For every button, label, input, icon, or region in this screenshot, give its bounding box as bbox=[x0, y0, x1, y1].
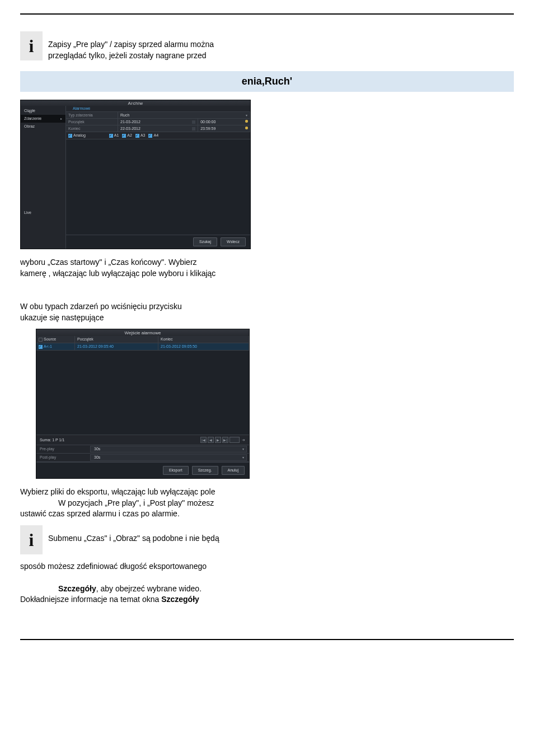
sidebar: Ciągłe Zdarzenie ▸ Obraz Live bbox=[21, 106, 66, 249]
col-source[interactable]: Source bbox=[36, 336, 75, 343]
p3-l3: ustawić czas sprzed alarmu i czas po ala… bbox=[20, 509, 180, 518]
pager-first[interactable]: |◀ bbox=[200, 437, 207, 443]
analog-label: Analog bbox=[73, 133, 86, 138]
row-poczatek: Początek 21-03-2012 00:00:00 bbox=[66, 119, 250, 125]
p5-l2a: Dokładniejsze informacje na temat okna bbox=[20, 595, 161, 604]
analog-a2[interactable]: A2 bbox=[122, 133, 132, 138]
chevron-down-icon: ▾ bbox=[242, 455, 244, 460]
table-header: Source Początek Koniec bbox=[36, 336, 249, 343]
clock-icon bbox=[245, 127, 248, 129]
row-source-cell[interactable]: A<-1 bbox=[36, 343, 75, 350]
top-rule bbox=[20, 13, 514, 15]
p1-l1: wyboru „Czas startowy" i „Czas końcowy".… bbox=[20, 258, 197, 267]
p4-l1: sposób możesz zdefiniować długość ekspor… bbox=[20, 562, 207, 571]
analog-item: A3 bbox=[140, 133, 146, 138]
col-label: Source bbox=[44, 337, 56, 342]
field-typ-zdarzenia[interactable]: Ruch ▾ bbox=[118, 112, 250, 118]
info1-line1: Zapisy „Pre play" / zapisy sprzed alarmu… bbox=[48, 40, 214, 49]
tab-alarmowe[interactable]: Alarmowe bbox=[69, 106, 93, 111]
pager-go[interactable]: ➜ bbox=[241, 437, 246, 442]
window-title: Archiw bbox=[21, 100, 250, 106]
field-koniec-date[interactable]: 22-03-2012 bbox=[118, 125, 198, 132]
empty-table-area bbox=[36, 351, 249, 435]
pre-play-label: Pre-play bbox=[36, 446, 90, 452]
paragraph-4: sposób możesz zdefiniować długość ekspor… bbox=[20, 561, 311, 572]
select-all-checkbox[interactable] bbox=[39, 338, 43, 342]
bottom-rule bbox=[20, 639, 514, 640]
row-koniec: Koniec 22-03-2012 23:59:59 bbox=[66, 125, 250, 132]
field-poczatek-time[interactable]: 00:00:00 bbox=[198, 119, 250, 125]
info-callout-1: i Zapisy „Pre play" / zapisy sprzed alar… bbox=[20, 31, 514, 61]
post-play-row: Post-play 30s ▾ bbox=[36, 454, 249, 462]
post-play-label: Post-play bbox=[36, 455, 90, 460]
p1-l2: kamerę , włączając lub wyłączając pole w… bbox=[20, 269, 216, 278]
clock-icon bbox=[245, 120, 248, 123]
label-poczatek: Początek bbox=[66, 119, 118, 125]
pager-last[interactable]: ▶| bbox=[222, 437, 228, 443]
window-title: Wejście alarmowe bbox=[36, 329, 249, 336]
p2-l2: ukazuje się następujące bbox=[20, 313, 104, 322]
status-bar: Suma: 1 P 1/1 |◀ ◀ ▶ ▶| ➜ bbox=[36, 435, 249, 445]
analog-item: A2 bbox=[127, 133, 132, 138]
analog-toggle-all[interactable]: Analog bbox=[68, 133, 86, 138]
screenshot-wejscie-alarmowe: Wejście alarmowe Source Początek Koniec … bbox=[36, 329, 250, 479]
status-total: Suma: 1 P 1/1 bbox=[40, 437, 64, 443]
analog-a3[interactable]: A3 bbox=[135, 133, 146, 138]
sidebar-item-live[interactable]: Live bbox=[21, 209, 65, 217]
table-row[interactable]: A<-1 21-03-2012 09:05:40 21-03-2012 09:0… bbox=[36, 343, 249, 351]
analog-row: Analog A1 A2 A3 A4 bbox=[66, 132, 250, 139]
analog-item: A1 bbox=[114, 133, 119, 138]
analog-a1[interactable]: A1 bbox=[109, 133, 119, 138]
label-koniec: Koniec bbox=[66, 125, 118, 132]
pre-play-select[interactable]: 30s ▾ bbox=[90, 446, 247, 452]
paragraph-5: Szczegóły, aby obejrzeć wybrane wideo. D… bbox=[20, 584, 311, 605]
field-value: Ruch bbox=[120, 113, 129, 118]
col-start: Początek bbox=[75, 336, 158, 343]
pre-play-value: 30s bbox=[94, 446, 100, 452]
calendar-icon bbox=[192, 127, 195, 130]
analog-item: A4 bbox=[153, 133, 158, 138]
analog-a4[interactable]: A4 bbox=[148, 133, 158, 138]
paragraph-3: Wybierz pliki do eksportu, włączając lub… bbox=[20, 487, 311, 520]
cancel-button[interactable]: Anuluj bbox=[222, 466, 245, 475]
field-koniec-time[interactable]: 23:59:59 bbox=[198, 125, 250, 132]
sidebar-label: Zdarzenie bbox=[24, 116, 41, 122]
calendar-icon bbox=[192, 120, 195, 124]
row-end: 21-03-2012 09:05:50 bbox=[158, 343, 249, 350]
export-button[interactable]: Eksport bbox=[163, 466, 189, 475]
post-play-select[interactable]: 30s ▾ bbox=[90, 454, 247, 461]
info-callout-2: i Submenu „Czas" i „Obraz" są podobne i … bbox=[20, 525, 514, 554]
section-heading-fragment: enia,Ruch' bbox=[20, 71, 514, 92]
field-value: 21-03-2012 bbox=[120, 119, 140, 125]
row-start: 21-03-2012 09:05:40 bbox=[75, 343, 158, 350]
p3-l2: W pozycjach „Pre play", i „Post play" mo… bbox=[58, 498, 214, 507]
screenshot-archiw: Archiw Ciągłe Zdarzenie ▸ Obraz Live Ala… bbox=[20, 100, 251, 249]
row-typ-zdarzenia: Typ zdarzenia Ruch ▾ bbox=[66, 112, 250, 119]
sidebar-item-zdarzenie[interactable]: Zdarzenie ▸ bbox=[21, 115, 65, 123]
field-poczatek-date[interactable]: 21-03-2012 bbox=[118, 119, 198, 125]
pager-prev[interactable]: ◀ bbox=[208, 437, 214, 443]
search-button[interactable]: Szukaj bbox=[193, 237, 217, 246]
chevron-down-icon: ▾ bbox=[242, 447, 244, 451]
p5-bold1: Szczegóły bbox=[58, 584, 96, 593]
row-checkbox[interactable] bbox=[39, 345, 43, 349]
pager-page-input[interactable] bbox=[229, 437, 240, 443]
sidebar-item-obraz[interactable]: Obraz bbox=[21, 123, 65, 130]
p3-l1: Wybierz pliki do eksportu, włączając lub… bbox=[20, 487, 215, 496]
tabs: Alarmowe bbox=[66, 106, 250, 112]
pre-play-row: Pre-play 30s ▾ bbox=[36, 445, 249, 454]
sidebar-label: Obraz bbox=[24, 124, 35, 129]
info2-line: Submenu „Czas" i „Obraz" są podobne i ni… bbox=[48, 534, 219, 543]
sidebar-item-ciagle[interactable]: Ciągłe bbox=[21, 107, 65, 115]
sidebar-label: Ciągłe bbox=[24, 108, 35, 114]
field-value: 23:59:59 bbox=[200, 126, 216, 132]
pager-next[interactable]: ▶ bbox=[215, 437, 221, 443]
info-icon: i bbox=[20, 525, 43, 554]
info-icon: i bbox=[20, 31, 43, 60]
back-button[interactable]: Wstecz bbox=[221, 237, 246, 246]
post-play-value: 30s bbox=[94, 455, 100, 460]
paragraph-1: wyboru „Czas startowy" i „Czas końcowy".… bbox=[20, 257, 311, 279]
details-button[interactable]: Szczeg. bbox=[192, 466, 218, 475]
chevron-down-icon: ▾ bbox=[246, 113, 247, 118]
empty-result-area bbox=[66, 139, 250, 235]
